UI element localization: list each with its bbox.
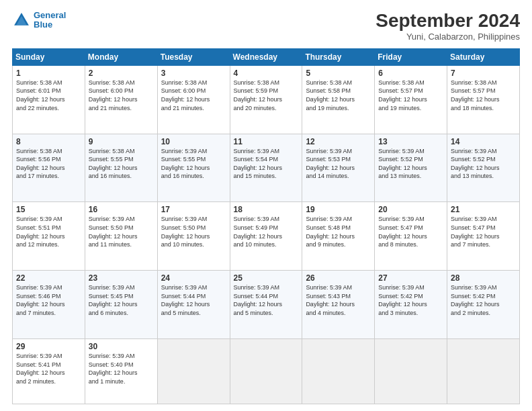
day-number: 29 [16, 342, 81, 351]
day-info: Sunrise: 5:38 AM Sunset: 5:57 PM Dayligh… [378, 79, 443, 112]
calendar-cell [230, 338, 302, 404]
day-info: Sunrise: 5:39 AM Sunset: 5:43 PM Dayligh… [306, 283, 371, 317]
calendar-cell: 7Sunrise: 5:38 AM Sunset: 5:57 PM Daylig… [447, 65, 520, 134]
day-info: Sunrise: 5:39 AM Sunset: 5:44 PM Dayligh… [234, 283, 299, 317]
calendar-cell [157, 338, 230, 404]
calendar-cell: 16Sunrise: 5:39 AM Sunset: 5:50 PM Dayli… [85, 202, 157, 271]
calendar-cell: 12Sunrise: 5:39 AM Sunset: 5:53 PM Dayli… [302, 134, 375, 202]
day-info: Sunrise: 5:38 AM Sunset: 6:01 PM Dayligh… [16, 79, 81, 112]
header-cell-friday: Friday [375, 48, 447, 65]
day-number: 9 [89, 137, 154, 146]
calendar-cell: 28Sunrise: 5:39 AM Sunset: 5:42 PM Dayli… [447, 271, 520, 339]
day-number: 28 [451, 273, 516, 283]
logo-icon [12, 11, 31, 30]
calendar-cell: 14Sunrise: 5:39 AM Sunset: 5:52 PM Dayli… [447, 134, 520, 202]
day-info: Sunrise: 5:39 AM Sunset: 5:40 PM Dayligh… [89, 352, 154, 385]
calendar-cell: 20Sunrise: 5:39 AM Sunset: 5:47 PM Dayli… [375, 202, 447, 271]
month-title: September 2024 [375, 11, 520, 32]
calendar-cell: 5Sunrise: 5:38 AM Sunset: 5:58 PM Daylig… [302, 65, 375, 134]
calendar-cell: 22Sunrise: 5:39 AM Sunset: 5:46 PM Dayli… [13, 271, 85, 339]
day-number: 23 [89, 273, 154, 283]
day-number: 5 [306, 68, 371, 78]
calendar-cell: 9Sunrise: 5:38 AM Sunset: 5:55 PM Daylig… [85, 134, 157, 202]
calendar-cell: 1Sunrise: 5:38 AM Sunset: 6:01 PM Daylig… [13, 65, 85, 134]
calendar-cell: 13Sunrise: 5:39 AM Sunset: 5:52 PM Dayli… [375, 134, 447, 202]
calendar-cell: 18Sunrise: 5:39 AM Sunset: 5:49 PM Dayli… [230, 202, 302, 271]
day-number: 26 [306, 273, 371, 283]
day-info: Sunrise: 5:39 AM Sunset: 5:44 PM Dayligh… [161, 283, 226, 317]
calendar-cell: 6Sunrise: 5:38 AM Sunset: 5:57 PM Daylig… [375, 65, 447, 134]
day-number: 16 [89, 205, 154, 214]
calendar-cell: 24Sunrise: 5:39 AM Sunset: 5:44 PM Dayli… [157, 271, 230, 339]
day-info: Sunrise: 5:38 AM Sunset: 5:58 PM Dayligh… [306, 79, 371, 112]
week-row-5: 29Sunrise: 5:39 AM Sunset: 5:41 PM Dayli… [13, 338, 520, 404]
day-info: Sunrise: 5:39 AM Sunset: 5:52 PM Dayligh… [451, 147, 516, 181]
calendar-cell [302, 338, 375, 404]
calendar-cell: 15Sunrise: 5:39 AM Sunset: 5:51 PM Dayli… [13, 202, 85, 271]
calendar-cell [447, 338, 520, 404]
calendar-body: 1Sunrise: 5:38 AM Sunset: 6:01 PM Daylig… [13, 65, 520, 404]
day-number: 30 [89, 342, 154, 351]
calendar-cell: 4Sunrise: 5:38 AM Sunset: 5:59 PM Daylig… [230, 65, 302, 134]
day-number: 14 [451, 137, 516, 146]
day-info: Sunrise: 5:39 AM Sunset: 5:55 PM Dayligh… [161, 147, 226, 181]
day-number: 11 [234, 137, 299, 146]
day-number: 6 [378, 68, 443, 78]
header-cell-monday: Monday [85, 48, 157, 65]
calendar-cell: 27Sunrise: 5:39 AM Sunset: 5:42 PM Dayli… [375, 271, 447, 339]
day-info: Sunrise: 5:39 AM Sunset: 5:48 PM Dayligh… [306, 215, 371, 248]
day-info: Sunrise: 5:39 AM Sunset: 5:50 PM Dayligh… [89, 215, 154, 248]
week-row-4: 22Sunrise: 5:39 AM Sunset: 5:46 PM Dayli… [13, 271, 520, 339]
day-number: 8 [16, 137, 81, 146]
day-number: 21 [451, 205, 516, 214]
day-info: Sunrise: 5:39 AM Sunset: 5:45 PM Dayligh… [89, 283, 154, 317]
day-number: 13 [378, 137, 443, 146]
calendar-cell: 2Sunrise: 5:38 AM Sunset: 6:00 PM Daylig… [85, 65, 157, 134]
day-number: 2 [89, 68, 154, 78]
day-number: 18 [234, 205, 299, 214]
day-number: 7 [451, 68, 516, 78]
day-number: 22 [16, 273, 81, 283]
calendar-cell: 17Sunrise: 5:39 AM Sunset: 5:50 PM Dayli… [157, 202, 230, 271]
week-row-3: 15Sunrise: 5:39 AM Sunset: 5:51 PM Dayli… [13, 202, 520, 271]
day-number: 10 [161, 137, 226, 146]
header-cell-sunday: Sunday [13, 48, 85, 65]
calendar-cell: 29Sunrise: 5:39 AM Sunset: 5:41 PM Dayli… [13, 338, 85, 404]
week-row-2: 8Sunrise: 5:38 AM Sunset: 5:56 PM Daylig… [13, 134, 520, 202]
day-info: Sunrise: 5:38 AM Sunset: 6:00 PM Dayligh… [161, 79, 226, 112]
day-number: 17 [161, 205, 226, 214]
day-info: Sunrise: 5:39 AM Sunset: 5:42 PM Dayligh… [378, 283, 443, 317]
calendar-cell: 8Sunrise: 5:38 AM Sunset: 5:56 PM Daylig… [13, 134, 85, 202]
day-number: 20 [378, 205, 443, 214]
calendar-cell: 30Sunrise: 5:39 AM Sunset: 5:40 PM Dayli… [85, 338, 157, 404]
calendar-cell: 23Sunrise: 5:39 AM Sunset: 5:45 PM Dayli… [85, 271, 157, 339]
week-row-1: 1Sunrise: 5:38 AM Sunset: 6:01 PM Daylig… [13, 65, 520, 134]
logo: General Blue [12, 11, 66, 30]
calendar-table: SundayMondayTuesdayWednesdayThursdayFrid… [12, 48, 520, 404]
calendar-cell [375, 338, 447, 404]
day-number: 15 [16, 205, 81, 214]
calendar-cell: 26Sunrise: 5:39 AM Sunset: 5:43 PM Dayli… [302, 271, 375, 339]
page: General Blue September 2024 Yuni, Calaba… [0, 0, 532, 411]
day-info: Sunrise: 5:39 AM Sunset: 5:47 PM Dayligh… [378, 215, 443, 248]
header: General Blue September 2024 Yuni, Calaba… [12, 11, 520, 42]
calendar-cell: 11Sunrise: 5:39 AM Sunset: 5:54 PM Dayli… [230, 134, 302, 202]
calendar-cell: 10Sunrise: 5:39 AM Sunset: 5:55 PM Dayli… [157, 134, 230, 202]
day-number: 19 [306, 205, 371, 214]
header-cell-saturday: Saturday [447, 48, 520, 65]
subtitle: Yuni, Calabarzon, Philippines [375, 32, 520, 42]
day-info: Sunrise: 5:39 AM Sunset: 5:52 PM Dayligh… [378, 147, 443, 181]
day-info: Sunrise: 5:38 AM Sunset: 5:59 PM Dayligh… [234, 79, 299, 112]
calendar-cell: 19Sunrise: 5:39 AM Sunset: 5:48 PM Dayli… [302, 202, 375, 271]
calendar-cell: 3Sunrise: 5:38 AM Sunset: 6:00 PM Daylig… [157, 65, 230, 134]
day-number: 3 [161, 68, 226, 78]
day-info: Sunrise: 5:39 AM Sunset: 5:50 PM Dayligh… [161, 215, 226, 248]
day-number: 1 [16, 68, 81, 78]
day-number: 12 [306, 137, 371, 146]
day-info: Sunrise: 5:38 AM Sunset: 6:00 PM Dayligh… [89, 79, 154, 112]
day-info: Sunrise: 5:39 AM Sunset: 5:41 PM Dayligh… [16, 352, 81, 385]
calendar-cell: 21Sunrise: 5:39 AM Sunset: 5:47 PM Dayli… [447, 202, 520, 271]
day-number: 24 [161, 273, 226, 283]
day-number: 27 [378, 273, 443, 283]
calendar-header-row: SundayMondayTuesdayWednesdayThursdayFrid… [13, 48, 520, 65]
